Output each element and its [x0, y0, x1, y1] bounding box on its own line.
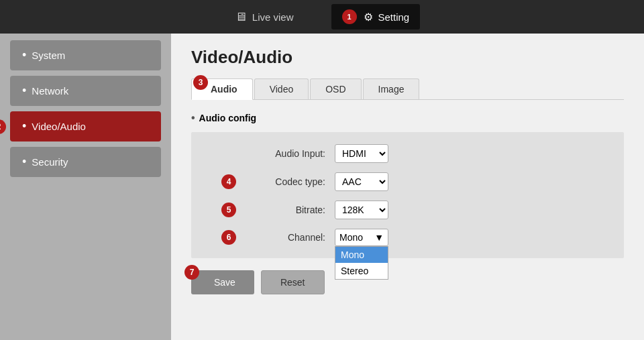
- badge-2: 2: [0, 119, 6, 134]
- sidebar-item-network[interactable]: Network: [10, 76, 161, 106]
- bitrate-label: Bitrate:: [245, 205, 325, 215]
- audio-input-row: Audio Input: HDMI Line In: [245, 144, 604, 163]
- save-button-label: Save: [214, 277, 235, 288]
- codec-type-select[interactable]: AAC G.711 G.726: [335, 172, 388, 191]
- badge-1: 1: [342, 9, 357, 24]
- reset-button-label: Reset: [280, 277, 305, 288]
- reset-button[interactable]: Reset: [261, 270, 325, 294]
- sidebar-system-label: System: [32, 50, 65, 61]
- channel-option-mono[interactable]: Mono: [335, 247, 388, 263]
- channel-dropdown-container: Mono ▼ Mono Stereo: [335, 229, 388, 246]
- liveview-tab[interactable]: 🖥 Live view: [224, 5, 305, 30]
- codec-type-label: Codec type:: [245, 176, 325, 187]
- page-title: Video/Audio: [191, 47, 624, 68]
- badge-4: 4: [221, 174, 236, 189]
- channel-dropdown-open: Mono Stereo: [335, 246, 388, 280]
- channel-label: Channel:: [245, 232, 325, 243]
- tab-image[interactable]: Image: [363, 78, 420, 99]
- sidebar-item-video-audio[interactable]: 2 Video/Audio: [10, 111, 161, 141]
- section-title: Audio config: [199, 113, 257, 123]
- channel-row: 6 Channel: Mono ▼ Mono Stereo: [245, 229, 604, 246]
- tab-image-label: Image: [378, 84, 405, 95]
- setting-label: Setting: [378, 11, 410, 23]
- tabs-bar: 3 Audio Video OSD Image: [191, 78, 624, 100]
- badge-6: 6: [221, 230, 236, 245]
- badge-5: 5: [221, 203, 236, 217]
- monitor-icon: 🖥: [235, 10, 247, 24]
- sidebar-item-security[interactable]: Security: [10, 147, 161, 177]
- audio-input-select[interactable]: HDMI Line In: [335, 144, 388, 163]
- tab-osd[interactable]: OSD: [310, 78, 361, 99]
- channel-selected-value: Mono: [339, 232, 363, 243]
- button-row: 7 Save Reset: [191, 270, 624, 294]
- tab-audio[interactable]: 3 Audio: [191, 78, 253, 100]
- main-layout: System Network 2 Video/Audio Security Vi…: [0, 34, 644, 340]
- tab-video[interactable]: Video: [254, 78, 309, 99]
- sidebar: System Network 2 Video/Audio Security: [0, 34, 171, 340]
- channel-option-stereo[interactable]: Stereo: [335, 263, 388, 279]
- sidebar-security-label: Security: [32, 156, 68, 168]
- bitrate-select[interactable]: 64K 128K 256K: [335, 201, 388, 219]
- gear-icon: ⚙: [364, 11, 373, 23]
- config-table: Audio Input: HDMI Line In 4 Codec type: …: [191, 132, 624, 258]
- codec-type-row: 4 Codec type: AAC G.711 G.726: [245, 172, 604, 191]
- sidebar-network-label: Network: [32, 85, 68, 97]
- tab-osd-label: OSD: [325, 84, 345, 95]
- liveview-label: Live view: [252, 11, 294, 23]
- channel-dropdown-arrow: ▼: [374, 232, 384, 243]
- header: 🖥 Live view 1 ⚙ Setting: [0, 0, 644, 34]
- sidebar-item-system[interactable]: System: [10, 40, 161, 70]
- bitrate-row: 5 Bitrate: 64K 128K 256K: [245, 201, 604, 219]
- audio-input-label: Audio Input:: [245, 148, 325, 159]
- tab-audio-label: Audio: [211, 84, 237, 95]
- badge-7: 7: [184, 265, 199, 280]
- save-button[interactable]: 7 Save: [191, 270, 254, 294]
- content-area: Video/Audio 3 Audio Video OSD Image Audi…: [171, 34, 644, 340]
- badge-3: 3: [193, 75, 208, 90]
- sidebar-video-audio-label: Video/Audio: [32, 121, 86, 132]
- setting-tab[interactable]: 1 ⚙ Setting: [331, 4, 421, 30]
- tab-video-label: Video: [270, 84, 294, 95]
- section-header: Audio config: [191, 112, 624, 124]
- channel-select-display[interactable]: Mono ▼: [335, 229, 388, 246]
